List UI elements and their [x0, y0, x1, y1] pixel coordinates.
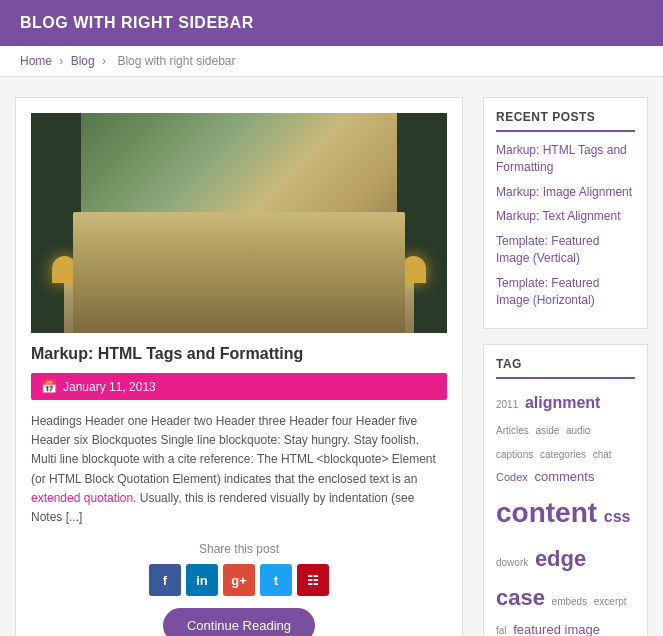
breadcrumb-home[interactable]: Home — [20, 54, 52, 68]
share-facebook-button[interactable]: f — [149, 564, 181, 596]
share-section: Share this post f in g+ t ☷ Continue Rea… — [31, 542, 447, 636]
continue-reading-button[interactable]: Continue Reading — [163, 608, 315, 636]
pillow-left — [102, 260, 177, 276]
list-item: Template: Featured Image (Horizontal) — [496, 275, 635, 309]
recent-post-link[interactable]: Template: Featured Image (Horizontal) — [496, 276, 599, 307]
tag-link[interactable]: comments — [534, 469, 594, 484]
list-item: Markup: HTML Tags and Formatting — [496, 142, 635, 176]
main-container: Markup: HTML Tags and Formatting 📅 Janua… — [0, 77, 663, 636]
share-twitter-button[interactable]: t — [260, 564, 292, 596]
list-item: Markup: Image Alignment — [496, 184, 635, 201]
lamp-left — [52, 256, 77, 282]
tag-link[interactable]: categories — [540, 449, 586, 460]
tag-link[interactable]: embeds — [552, 596, 588, 607]
post-date: January 11, 2013 — [63, 380, 156, 394]
breadcrumb-blog[interactable]: Blog — [71, 54, 95, 68]
share-buttons: f in g+ t ☷ — [31, 564, 447, 596]
lamp-right — [401, 256, 426, 282]
breadcrumb: Home › Blog › Blog with right sidebar — [0, 46, 663, 77]
tag-link[interactable]: 2011 — [496, 399, 518, 410]
headboard — [93, 241, 384, 281]
site-title: BLOG WITH RIGHT SIDEBAR — [20, 14, 643, 32]
share-label: Share this post — [31, 542, 447, 556]
bed-scene — [31, 201, 447, 333]
tag-link[interactable]: captions — [496, 449, 533, 460]
tag-title: TAG — [496, 357, 635, 379]
excerpt-link[interactable]: extended quotation — [31, 491, 133, 505]
recent-posts-list: Markup: HTML Tags and Formatting Markup:… — [496, 142, 635, 308]
tag-link[interactable]: css — [604, 508, 631, 525]
tag-link[interactable]: Articles — [496, 425, 529, 436]
mattress — [64, 274, 413, 333]
post-title: Markup: HTML Tags and Formatting — [31, 345, 447, 363]
tag-link[interactable]: chat — [593, 449, 612, 460]
share-linkedin-button[interactable]: in — [186, 564, 218, 596]
calendar-icon: 📅 — [41, 379, 57, 394]
tag-cloud: 2011 alignment Articles aside audio capt… — [496, 389, 635, 636]
recent-post-link[interactable]: Markup: HTML Tags and Formatting — [496, 143, 627, 174]
wall-art — [189, 214, 214, 238]
recent-posts-section: RECENT POSTS Markup: HTML Tags and Forma… — [483, 97, 648, 329]
list-item: Template: Featured Image (Vertical) — [496, 233, 635, 267]
post-card: Markup: HTML Tags and Formatting 📅 Janua… — [15, 97, 463, 636]
share-pinterest-button[interactable]: ☷ — [297, 564, 329, 596]
tag-section: TAG 2011 alignment Articles aside audio … — [483, 344, 648, 636]
sidebar: RECENT POSTS Markup: HTML Tags and Forma… — [483, 97, 648, 636]
recent-post-link[interactable]: Markup: Image Alignment — [496, 185, 632, 199]
site-header: BLOG WITH RIGHT SIDEBAR — [0, 0, 663, 46]
tag-link[interactable]: fal — [496, 625, 507, 636]
content-area: Markup: HTML Tags and Formatting 📅 Janua… — [15, 97, 463, 636]
breadcrumb-current: Blog with right sidebar — [117, 54, 235, 68]
tag-link[interactable]: aside — [535, 425, 559, 436]
recent-post-link[interactable]: Template: Featured Image (Vertical) — [496, 234, 599, 265]
share-googleplus-button[interactable]: g+ — [223, 564, 255, 596]
post-featured-image — [31, 113, 447, 333]
list-item: Markup: Text Alignment — [496, 208, 635, 225]
recent-post-link[interactable]: Markup: Text Alignment — [496, 209, 621, 223]
tag-link[interactable]: Codex — [496, 471, 528, 483]
tag-link[interactable]: audio — [566, 425, 590, 436]
recent-posts-title: RECENT POSTS — [496, 110, 635, 132]
tag-link[interactable]: dowork — [496, 557, 528, 568]
pillow-right — [301, 260, 376, 276]
tag-link[interactable]: content — [496, 497, 597, 528]
post-meta: 📅 January 11, 2013 — [31, 373, 447, 400]
tag-link[interactable]: alignment — [525, 394, 601, 411]
tag-link[interactable]: featured image — [513, 622, 600, 636]
tag-link[interactable]: excerpt — [594, 596, 627, 607]
post-excerpt: Headings Header one Header two Header th… — [31, 412, 447, 527]
